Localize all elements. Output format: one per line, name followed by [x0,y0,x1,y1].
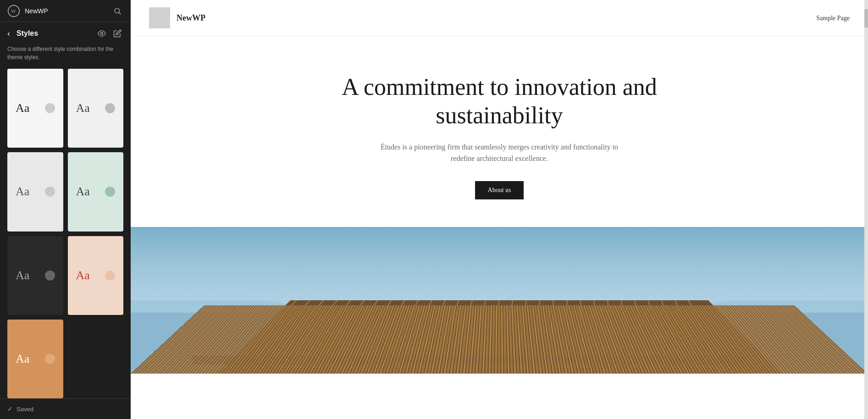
wordpress-logo: W [7,5,20,17]
svg-line-26 [512,276,530,374]
svg-line-18 [364,276,431,374]
styles-title: Styles [17,29,92,38]
svg-marker-8 [192,276,807,374]
svg-line-9 [198,276,321,374]
svg-point-4 [101,33,103,35]
svg-line-34 [628,276,659,374]
svg-line-24 [475,276,505,374]
pencil-icon [113,29,122,38]
style-aa-label: Aa [16,102,29,114]
style-aa-label: Aa [16,186,29,198]
site-brand: NewWP [149,7,205,28]
site-logo [149,7,170,28]
svg-line-11 [235,276,346,374]
svg-line-16 [327,276,407,374]
style-card-1[interactable]: Aa [7,69,63,148]
preview-button[interactable] [96,28,108,39]
search-icon [113,7,122,15]
svg-point-7 [192,227,807,325]
style-aa-label: Aa [76,270,90,281]
svg-line-21 [420,276,469,374]
sidebar-footer: ✓ Saved [0,398,131,419]
style-dot [45,354,55,364]
svg-line-33 [616,276,641,374]
right-scrollbar[interactable] [864,0,868,419]
styles-description: Choose a different style combination for… [0,43,131,69]
style-aa-label: Aa [16,270,29,281]
svg-line-27 [530,276,542,374]
style-card-5[interactable]: Aa [7,236,63,315]
site-name: NewWP [25,7,111,15]
svg-line-32 [604,276,622,374]
style-dot [105,103,115,113]
sidebar: W NewWP ‹ Styles Choose a different st [0,0,131,419]
site-title: NewWP [177,13,205,23]
svg-line-14 [290,276,382,374]
site-preview: NewWP Sample Page A commitment to innova… [131,0,868,419]
style-dot [105,270,115,281]
svg-rect-41 [223,368,714,374]
hero-subtitle: Études is a pioneering firm that seamles… [380,141,619,165]
main-preview-area: NewWP Sample Page A commitment to innova… [131,0,868,419]
style-card-6[interactable]: Aa [68,236,124,315]
svg-point-2 [115,8,120,13]
svg-text:W: W [11,8,16,14]
style-dot [45,103,55,113]
svg-line-23 [456,276,493,374]
site-nav: Sample Page [816,14,850,22]
saved-check-icon: ✓ [7,405,13,413]
svg-line-3 [119,12,121,14]
about-us-button[interactable]: About us [475,181,524,199]
svg-line-31 [592,276,604,374]
hero-section: A commitment to innovation and sustainab… [131,36,868,227]
svg-line-19 [382,276,444,374]
style-aa-label: Aa [76,102,90,114]
style-dot [45,187,55,197]
svg-line-37 [665,276,714,374]
svg-line-30 [579,276,585,374]
hero-title: A commitment to innovation and sustainab… [339,73,660,130]
style-aa-label: Aa [16,353,29,365]
site-header: NewWP Sample Page [131,0,868,36]
building-svg [131,227,868,374]
svg-line-35 [641,276,677,374]
eye-icon [98,29,106,38]
style-card-2[interactable]: Aa [68,69,124,148]
sidebar-topbar: W NewWP [0,0,131,22]
svg-line-20 [401,276,457,374]
svg-line-25 [493,276,518,374]
svg-rect-40 [192,356,745,365]
svg-line-38 [678,276,733,374]
scrollbar-thumb[interactable] [864,9,868,28]
style-grid: Aa Aa Aa Aa Aa Aa Aa [0,69,131,398]
saved-label: Saved [17,406,33,413]
search-button[interactable] [111,5,123,17]
svg-line-28 [548,276,554,374]
style-dot [105,187,115,197]
svg-line-12 [254,276,358,374]
svg-line-13 [272,276,370,374]
back-button[interactable]: ‹ [7,28,13,39]
svg-marker-39 [290,273,708,282]
svg-line-10 [217,276,334,374]
svg-line-36 [653,276,696,374]
style-card-4[interactable]: Aa [68,152,124,231]
svg-line-22 [438,276,481,374]
svg-line-17 [346,276,420,374]
building-image [131,227,868,374]
style-aa-label: Aa [76,186,90,198]
style-dot [45,270,55,281]
style-card-7[interactable]: Aa [7,320,63,398]
nav-sample-page[interactable]: Sample Page [816,15,850,22]
svg-rect-6 [131,227,868,313]
edit-button[interactable] [111,28,123,39]
style-card-3[interactable]: Aa [7,152,63,231]
svg-line-15 [309,276,395,374]
styles-header: ‹ Styles [0,22,131,43]
